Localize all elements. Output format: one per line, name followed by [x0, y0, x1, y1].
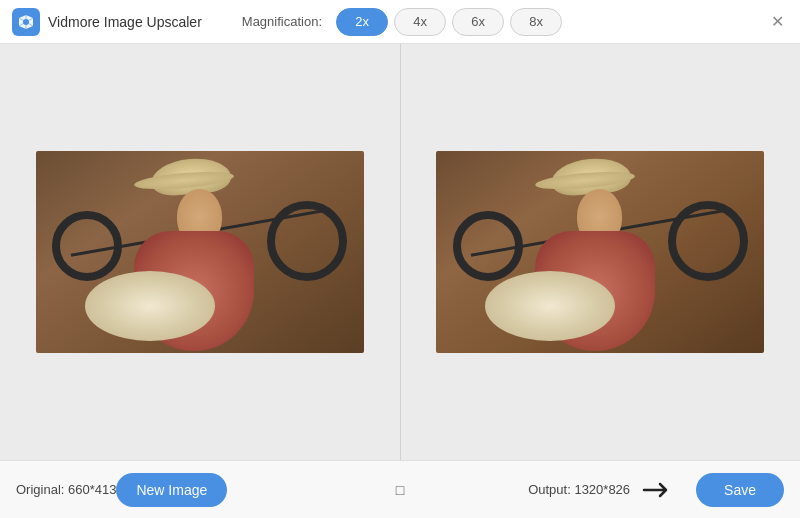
original-image-panel — [0, 44, 400, 460]
new-image-button[interactable]: New Image — [116, 473, 227, 507]
output-image-panel — [401, 44, 801, 460]
magnification-label: Magnification: — [242, 14, 322, 29]
mag-2x-button[interactable]: 2x — [336, 8, 388, 36]
save-area: Output: 1320*826 Save — [528, 473, 784, 507]
arrow-right-icon — [642, 479, 674, 501]
flowers-out — [485, 271, 615, 341]
action-bar: Original: 660*413 New Image □ Output: 13… — [0, 460, 800, 518]
flowers — [85, 271, 215, 341]
title-bar: Vidmore Image Upscaler Magnification: 2x… — [0, 0, 800, 44]
close-button[interactable]: ✕ — [768, 13, 786, 31]
mag-4x-button[interactable]: 4x — [394, 8, 446, 36]
original-image — [36, 151, 364, 353]
mag-6x-button[interactable]: 6x — [452, 8, 504, 36]
output-info: Output: 1320*826 — [528, 482, 630, 497]
svg-point-1 — [23, 19, 29, 25]
app-logo-icon — [12, 8, 40, 36]
app-title: Vidmore Image Upscaler — [48, 14, 202, 30]
main-content — [0, 44, 800, 460]
expand-icon: □ — [396, 482, 404, 498]
original-info: Original: 660*413 — [16, 482, 116, 497]
output-image — [436, 151, 764, 353]
mag-8x-button[interactable]: 8x — [510, 8, 562, 36]
magnification-buttons: 2x 4x 6x 8x — [336, 8, 562, 36]
save-button[interactable]: Save — [696, 473, 784, 507]
